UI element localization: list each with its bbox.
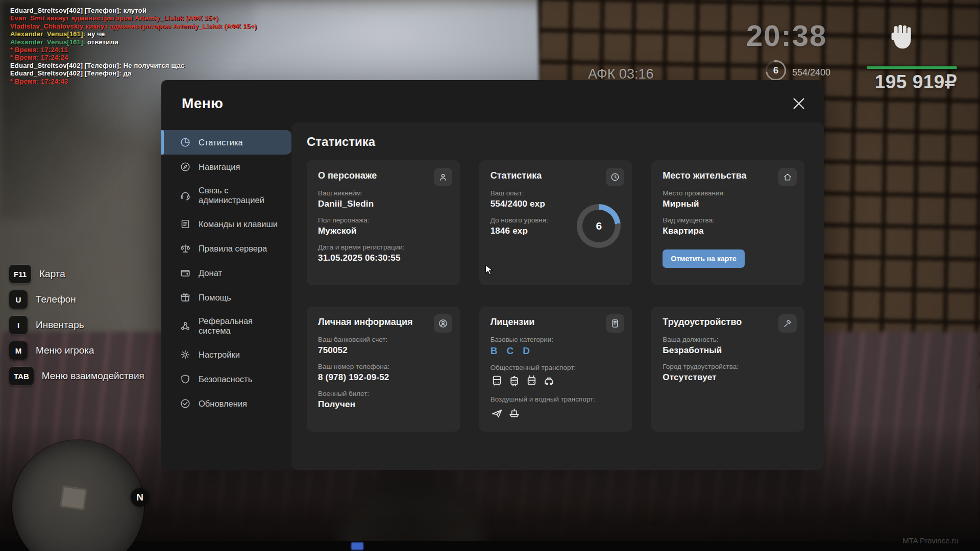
hud-level-ring: 6 <box>766 60 786 81</box>
tram-icon <box>508 374 521 389</box>
license-categories-label: Базовые категории: <box>491 336 621 343</box>
card-title: Статистика <box>491 170 621 181</box>
hotkey-key-badge: F11 <box>9 265 31 283</box>
fist-icon <box>888 21 917 52</box>
wallet-icon <box>180 267 191 279</box>
game-screen: Eduard_Streltsov[402] [Телефон]: клутойE… <box>0 0 980 551</box>
chat-line: Eduard_Streltsov[402] [Телефон]: Не полу… <box>10 62 257 69</box>
hotkey-list: F11КартаUТелефонIИнвентарьMМеню игрокаTA… <box>9 265 144 392</box>
server-watermark: MTA Province.ru <box>902 536 959 545</box>
pie-chart-icon <box>180 137 191 148</box>
public-transport-licenses <box>491 374 621 389</box>
sidebar-item-settings[interactable]: Настройки <box>161 342 291 367</box>
trolleybus-icon <box>525 374 538 389</box>
money-progress-bar <box>867 66 957 69</box>
headset-icon <box>180 190 191 201</box>
bottom-black-bar <box>0 541 980 551</box>
field-property-type: Вид имущества: Квартира <box>663 216 793 236</box>
sidebar-item-admin-contact[interactable]: Связь с администрацией <box>161 179 291 212</box>
gear-icon <box>180 349 191 360</box>
network-icon <box>180 320 191 332</box>
taxi-icon <box>543 374 555 389</box>
close-icon[interactable] <box>791 96 806 111</box>
hotkey-label: Меню игрока <box>36 345 94 356</box>
field-registration: Дата и время регистрации: 31.05.2025 06:… <box>318 243 449 263</box>
field-military-id: Военный билет: Получен <box>318 390 449 410</box>
mouse-cursor <box>484 264 495 277</box>
sidebar-item-updates[interactable]: Обновления <box>161 391 291 416</box>
menu-sidebar: СтатистикаНавигацияСвязь с администрацие… <box>161 130 291 470</box>
hud-level: 6 <box>766 60 786 81</box>
field-phone-number: Ваш номер телефона: 8 (978) 192-09-52 <box>318 363 449 383</box>
shield-icon <box>180 373 191 385</box>
license-card-icon <box>606 314 624 333</box>
hotkey-key-badge: TAB <box>9 367 34 385</box>
hotkey-label: Меню взаимодействия <box>42 370 144 382</box>
clock: 20:38 <box>746 18 827 53</box>
stats-cards-grid: О персонаже Ваш никнейм: Daniil_Sledin П… <box>307 160 804 432</box>
gift-icon <box>180 292 191 303</box>
public-transport-label: Общественный транспорт: <box>491 364 621 371</box>
card-residence: Место жительства Место проживания: Мирны… <box>651 160 804 285</box>
sidebar-item-label: Статистика <box>199 138 280 147</box>
sidebar-item-help[interactable]: Помощь <box>161 285 291 310</box>
menu-title: Меню <box>182 95 223 112</box>
card-title: Личная информация <box>318 317 449 328</box>
exp-level-ring: 6 <box>577 204 621 248</box>
sidebar-item-label: Настройки <box>199 350 280 360</box>
minimap-building <box>60 486 87 510</box>
sidebar-item-label: Правила сервера <box>199 244 280 254</box>
sidebar-item-navigation[interactable]: Навигация <box>161 155 291 179</box>
field-next-level: До нового уровня: 1846 exp <box>491 216 575 236</box>
field-job-city: Город трудоустройства: Отсутствует <box>663 363 793 383</box>
card-statistics: Статистика Ваш опыт: 554/2400 exp До нов… <box>479 160 632 285</box>
hotkey-map: F11Карта <box>9 265 144 283</box>
money-amount: 195 919₽ <box>845 71 957 93</box>
sidebar-item-statistics[interactable]: Статистика <box>161 130 291 155</box>
chat-line: Eduard_Streltsov[402] [Телефон]: клутой <box>10 7 257 14</box>
chat-line: * Время: 17:24:11 <box>10 46 257 54</box>
card-title: Трудоустройство <box>663 317 793 328</box>
sidebar-item-label: Донат <box>199 268 280 278</box>
field-residence-city: Место проживания: Мирный <box>663 189 793 209</box>
update-icon <box>180 398 191 409</box>
air-water-label: Воздушный и водный транспорт: <box>491 395 621 403</box>
chat-line: Eduard_Streltsov[402] [Телефон]: да <box>10 69 257 77</box>
menu-content: Статистика О персонаже Ваш никнейм: Dani… <box>291 122 824 470</box>
card-title: Лицензии <box>491 317 621 328</box>
license-category-b: B <box>491 345 498 357</box>
chat-line: Alexander_Venus[161]: ответили <box>10 38 257 46</box>
home-icon <box>778 168 797 186</box>
bus-icon <box>491 374 503 389</box>
sidebar-item-referral-system[interactable]: Реферальная система <box>161 310 291 342</box>
person-icon <box>434 168 452 186</box>
hotkey-key-badge: U <box>9 290 28 309</box>
field-exp: Ваш опыт: 554/2400 exp <box>491 189 575 209</box>
mark-on-map-button[interactable]: Отметить на карте <box>663 249 744 268</box>
hotkey-label: Телефон <box>36 294 76 305</box>
content-title: Статистика <box>307 135 375 149</box>
sidebar-item-label: Реферальная система <box>199 316 280 336</box>
chat-line: Evan_Smit кикнут администратором Artemiy… <box>10 14 257 22</box>
plane-icon <box>491 406 503 421</box>
compass-icon <box>180 161 191 172</box>
hud-exp: 554/2400 <box>792 67 830 78</box>
chat-line: Vladislav_Chkalovskiy кикнут администрат… <box>10 22 257 30</box>
sidebar-item-label: Безопасность <box>199 374 280 384</box>
sidebar-item-commands-keys[interactable]: Команды и клавиши <box>161 212 291 236</box>
hotkey-player-menu: MМеню игрока <box>9 341 144 360</box>
sidebar-item-donate[interactable]: Донат <box>161 261 291 285</box>
card-employment: Трудоустройство Ваша должность: Безработ… <box>651 307 804 432</box>
license-category-d: D <box>523 345 530 357</box>
card-title: О персонаже <box>318 170 449 181</box>
sidebar-item-label: Помощь <box>199 293 280 303</box>
compass-north-icon: N <box>131 488 149 507</box>
field-job: Ваша должность: Безработный <box>663 336 793 356</box>
ship-icon <box>508 406 521 421</box>
hotkey-phone: UТелефон <box>9 290 144 309</box>
field-gender: Пол персонажа: Мужской <box>318 216 449 236</box>
license-category-c: C <box>506 345 513 357</box>
field-bank-account: Ваш банковский счет: 750052 <box>318 336 449 356</box>
sidebar-item-security[interactable]: Безопасность <box>161 367 291 391</box>
sidebar-item-server-rules[interactable]: Правила сервера <box>161 236 291 261</box>
